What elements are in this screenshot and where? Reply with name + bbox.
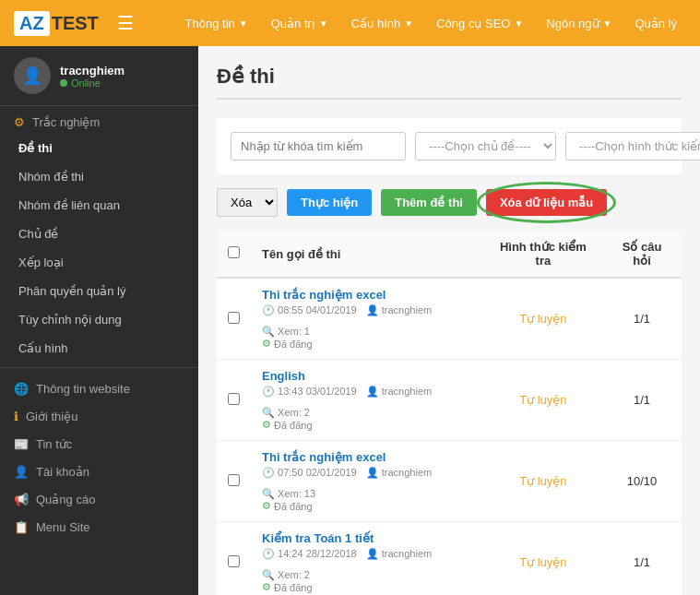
exam-author: 👤 tracnghiem xyxy=(366,467,432,479)
exam-type-cell: Tự luyện xyxy=(484,441,602,522)
nav-quan-tri-arrow: ▼ xyxy=(319,18,328,29)
col-name-header: Tên gọi đề thi xyxy=(251,231,484,278)
row-checkbox-cell xyxy=(217,522,251,596)
execute-button[interactable]: Thực hiện xyxy=(287,189,372,216)
table-row: English 🕐 13:43 03/01/2019 👤 tracnghiem … xyxy=(217,360,682,441)
gioi-thieu-label: Giới thiệu xyxy=(26,410,77,423)
nav-ngon-ngu-arrow: ▼ xyxy=(603,18,612,29)
sidebar-item-cau-hinh[interactable]: Cấu hình xyxy=(0,334,198,363)
exam-views: 🔍 Xem: 13 xyxy=(262,488,315,500)
sidebar-item-gioi-thieu[interactable]: ℹ Giới thiệu xyxy=(0,400,198,428)
nav-cau-hinh-arrow: ▼ xyxy=(404,18,413,29)
exam-type-cell: Tự luyện xyxy=(484,360,602,441)
sidebar-divider-1 xyxy=(0,367,198,368)
exam-views: 🔍 Xem: 1 xyxy=(262,326,310,338)
exam-views: 🔍 Xem: 2 xyxy=(262,569,310,581)
format-select[interactable]: ----Chọn hình thức kiến xyxy=(565,132,700,161)
exam-title[interactable]: English xyxy=(262,369,473,383)
exam-questions-cell: 1/1 xyxy=(602,360,682,441)
sidebar-item-nhom-de-lien-quan[interactable]: Nhóm đề liên quan xyxy=(0,191,198,220)
nav-thong-tin-arrow: ▼ xyxy=(239,18,248,29)
sidebar-item-phan-quyen[interactable]: Phân quyền quản lý xyxy=(0,277,198,305)
exams-table: Tên gọi đề thi Hình thức kiểm tra Số câu… xyxy=(217,231,682,595)
row-name-cell: Thi trắc nghiệm excel 🕐 08:55 04/01/2019… xyxy=(251,278,484,360)
row-checkbox-cell xyxy=(217,278,251,360)
sidebar-item-chu-de[interactable]: Chủ đề xyxy=(0,220,198,248)
row-checkbox[interactable] xyxy=(228,474,240,486)
row-checkbox[interactable] xyxy=(228,555,240,567)
subject-select[interactable]: ----Chọn chủ đề---- xyxy=(415,132,556,161)
username-label: tracnghiem xyxy=(60,64,125,77)
sidebar-item-menu-site[interactable]: 📋 Menu Site xyxy=(0,511,198,539)
nav-seo[interactable]: Công cụ SEO ▼ xyxy=(427,12,532,35)
delete-sample-button[interactable]: Xóa dữ liệu mẫu xyxy=(486,189,607,216)
tai-khoan-label: Tài khoản xyxy=(36,465,89,479)
nav-quan-tri[interactable]: Quản trị ▼ xyxy=(262,12,338,35)
row-checkbox[interactable] xyxy=(228,312,240,324)
exam-meta: 🕐 08:55 04/01/2019 👤 tracnghiem 🔍 Xem: 1 xyxy=(262,304,473,338)
exam-time: 🕐 07:50 02/01/2019 xyxy=(262,467,357,479)
add-exam-button[interactable]: Thêm đề thi xyxy=(381,189,477,216)
exam-status-text: Đã đăng xyxy=(274,339,313,350)
quang-cao-label: Quảng cáo xyxy=(36,493,95,506)
exam-author: 👤 tracnghiem xyxy=(366,386,432,398)
nav-thong-tin[interactable]: Thông tin ▼ xyxy=(176,12,257,35)
menu-site-icon: 📋 xyxy=(14,520,29,534)
nav-ngon-ngu[interactable]: Ngôn ngữ ▼ xyxy=(537,12,621,35)
sidebar-item-nhom-de-thi[interactable]: Nhóm đề thi xyxy=(0,162,198,191)
tai-khoan-icon: 👤 xyxy=(14,465,29,479)
sidebar-item-de-thi[interactable]: Đề thi xyxy=(0,134,198,162)
website-label: Thông tin website xyxy=(36,382,130,396)
search-input[interactable] xyxy=(231,132,406,161)
filter-row: ----Chọn chủ đề---- ----Chọn hình thức k… xyxy=(217,118,682,174)
sidebar: 👤 tracnghiem Online ⚙ Trắc nghiệm Đề thi… xyxy=(0,46,198,595)
sidebar-item-xep-loai[interactable]: Xếp loại xyxy=(0,248,198,277)
logo-az: AZ xyxy=(14,11,50,36)
user-status: Online xyxy=(60,77,125,89)
avatar: 👤 xyxy=(14,57,51,94)
nav-cau-hinh[interactable]: Cấu hình ▼ xyxy=(342,12,422,35)
row-checkbox-cell xyxy=(217,360,251,441)
action-row: Xóa Thực hiện Thêm đề thi Xóa dữ liệu mẫ… xyxy=(217,188,682,217)
exam-title[interactable]: Thi trắc nghiệm excel xyxy=(262,450,473,464)
sidebar-item-tin-tuc[interactable]: 📰 Tin tức xyxy=(0,428,198,456)
sidebar-item-tai-khoan[interactable]: 👤 Tài khoản xyxy=(0,456,198,483)
status-gear-icon: ⚙ xyxy=(262,581,271,593)
table-row: Kiểm tra Toán 1 tiết 🕐 14:24 28/12/2018 … xyxy=(217,522,682,596)
hamburger-icon[interactable]: ☰ xyxy=(117,12,158,34)
trac-nghiem-label: Trắc nghiệm xyxy=(32,115,100,129)
status-gear-icon: ⚙ xyxy=(262,338,271,350)
exam-author: 👤 tracnghiem xyxy=(366,548,432,560)
exam-meta: 🕐 07:50 02/01/2019 👤 tracnghiem 🔍 Xem: 1… xyxy=(262,467,473,500)
exam-type-cell: Tự luyện xyxy=(484,522,602,596)
status-gear-icon: ⚙ xyxy=(262,500,271,512)
sidebar-item-trac-nghiem[interactable]: ⚙ Trắc nghiệm xyxy=(0,106,198,134)
exam-status-text: Đã đăng xyxy=(274,501,313,512)
row-checkbox-cell xyxy=(217,441,251,522)
exam-status: ⚙ Đã đăng xyxy=(262,500,473,512)
select-all-checkbox[interactable] xyxy=(228,246,240,258)
logo-test: TEST xyxy=(52,13,99,34)
row-checkbox[interactable] xyxy=(228,393,240,405)
nav-quan-ly[interactable]: Quản lý xyxy=(625,12,686,35)
exam-status: ⚙ Đã đăng xyxy=(262,581,473,593)
nav-seo-arrow: ▼ xyxy=(514,18,523,29)
exam-title[interactable]: Kiểm tra Toán 1 tiết xyxy=(262,531,473,545)
sidebar-item-thong-tin-website[interactable]: 🌐 Thông tin website xyxy=(0,373,198,400)
exam-questions-cell: 10/10 xyxy=(602,441,682,522)
bulk-action-select[interactable]: Xóa xyxy=(217,188,278,217)
col-format-header: Hình thức kiểm tra xyxy=(484,231,602,278)
exam-questions-cell: 1/1 xyxy=(602,522,682,596)
exam-time: 🕐 08:55 04/01/2019 xyxy=(262,304,357,316)
logo: AZ TEST xyxy=(14,11,99,36)
exam-title[interactable]: Thi trắc nghiệm excel xyxy=(262,288,473,302)
website-icon: 🌐 xyxy=(14,382,29,396)
menu-site-label: Menu Site xyxy=(36,520,90,534)
status-gear-icon: ⚙ xyxy=(262,419,271,431)
sidebar-item-tuy-chinh[interactable]: Tùy chỉnh nội dung xyxy=(0,305,198,334)
exam-status-text: Đã đăng xyxy=(274,420,313,431)
status-dot xyxy=(60,79,67,87)
sidebar-item-quang-cao[interactable]: 📢 Quảng cáo xyxy=(0,483,198,511)
row-name-cell: Thi trắc nghiệm excel 🕐 07:50 02/01/2019… xyxy=(251,441,484,522)
col-checkbox-header xyxy=(217,231,251,278)
